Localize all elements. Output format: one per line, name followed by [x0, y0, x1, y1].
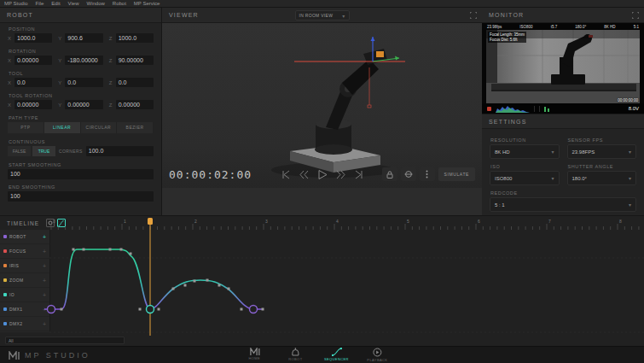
track-color-dot	[3, 235, 7, 238]
nav-label: PLAYBACK	[367, 358, 387, 362]
start-smoothing-label: START SMOOTHING	[9, 162, 154, 167]
end-smoothing-label: END SMOOTHING	[9, 184, 154, 190]
value-input[interactable]: 0.0	[15, 78, 52, 87]
menu-item[interactable]: MP Studio	[4, 1, 28, 6]
add-keyframe-icon[interactable]: +	[43, 249, 46, 255]
value-input[interactable]: 0.00000	[65, 100, 102, 109]
value-input[interactable]: 90.00000	[116, 56, 154, 65]
menu-item[interactable]: MP Service	[134, 1, 160, 6]
expand-icon[interactable]	[632, 12, 639, 19]
value-input[interactable]: 0.00000	[15, 56, 52, 65]
nav-home[interactable]: HOME	[240, 348, 269, 362]
chevron-down-icon: ▾	[629, 149, 631, 155]
setting-value: 180.0°	[572, 176, 587, 181]
path-type-option[interactable]: CIRCULAR	[81, 122, 118, 133]
robot-panel-header: ROBOT	[0, 8, 161, 23]
track-row-zoom[interactable]: ZOOM+	[0, 273, 49, 288]
chevron-down-icon: ▾	[551, 175, 554, 181]
value-input[interactable]: 900.6	[65, 33, 102, 43]
continuous-option[interactable]: FALSE	[8, 146, 31, 156]
curve-handle	[130, 253, 132, 255]
value-input[interactable]: 1000.0	[116, 33, 154, 43]
menu-item[interactable]: View	[68, 1, 79, 6]
play-button[interactable]	[316, 169, 328, 180]
menu-item[interactable]: Robot	[113, 1, 126, 6]
nav-robot[interactable]: ROBOT	[281, 348, 310, 362]
setting-dropdown[interactable]: 5 : 1▾	[490, 197, 636, 212]
expand-icon[interactable]	[470, 12, 477, 19]
record-indicator	[487, 107, 491, 111]
camera-feed: 23.98fpsISO800t5.7180.0°8K HD5:1	[482, 23, 644, 114]
lock-button[interactable]	[382, 167, 397, 181]
add-keyframe-icon[interactable]: +	[43, 321, 46, 327]
track-filter-input[interactable]: All	[5, 337, 125, 344]
add-keyframe-icon[interactable]: +	[43, 263, 46, 269]
settings-title: SETTINGS	[489, 119, 527, 125]
param-group-label: POSITION	[9, 26, 154, 32]
simulate-button[interactable]: SIMULATE	[438, 167, 475, 181]
curve-handle	[120, 249, 123, 251]
setting-value: ISO800	[495, 176, 512, 181]
target-button[interactable]	[401, 167, 416, 181]
end-smoothing-input[interactable]: 100	[8, 191, 154, 202]
chevron-down-icon: ▾	[629, 175, 631, 181]
add-keyframe-icon[interactable]: +	[43, 278, 46, 284]
continuous-option[interactable]: TRUE	[32, 146, 55, 156]
nav-label: HOME	[249, 356, 261, 360]
setting-dropdown[interactable]: 180.0°▾	[567, 171, 637, 185]
mode-nav: HOMEROBOTSEQUENCERPLAYBACK	[240, 348, 392, 362]
keyframe-marker	[250, 306, 258, 313]
value-input[interactable]: 0.0	[116, 78, 154, 87]
param-group: ROTATIONX0.00000Y-180.00000Z90.00000	[8, 49, 154, 65]
path-type-option[interactable]: PTP	[8, 122, 44, 133]
nav-sequencer[interactable]: SEQUENCER	[322, 348, 351, 362]
play-circle-icon	[373, 348, 382, 357]
curve-handle	[184, 284, 187, 287]
value-input[interactable]: 0.00000	[116, 100, 154, 109]
start-smoothing-input[interactable]: 100	[8, 169, 154, 179]
monitor-title: MONITOR	[489, 12, 524, 18]
feed-timecode: 00:00:00:00	[618, 98, 638, 102]
setting-dropdown[interactable]: 23.98FPS▾	[567, 144, 637, 159]
path-type-option[interactable]: BEZIER	[117, 122, 154, 133]
track-row-focus[interactable]: FOCUS+	[0, 244, 49, 259]
track-row-iris[interactable]: IRIS+	[0, 259, 49, 273]
track-row-robot[interactable]: ROBOT+	[0, 230, 49, 244]
axis-label: Y	[58, 36, 62, 41]
track-row-io[interactable]: IO+	[0, 288, 49, 302]
viewport-3d[interactable]: 00:00:02:00	[162, 23, 482, 188]
nav-playback[interactable]: PLAYBACK	[363, 348, 392, 362]
svg-text:8: 8	[619, 219, 622, 224]
animation-curve-editor[interactable]	[0, 216, 644, 347]
setting-dropdown[interactable]: 8K HD▾	[490, 144, 560, 159]
menu-item[interactable]: File	[36, 1, 44, 6]
value-input[interactable]: 0.00000	[15, 100, 52, 109]
value-input[interactable]: 1000.0	[15, 33, 52, 43]
track-row-dmx2[interactable]: DMX2+	[0, 317, 49, 331]
timeline-ruler[interactable]: 012345678	[0, 216, 644, 230]
setting-dropdown[interactable]: ISO800▾	[490, 171, 560, 185]
corners-input[interactable]: 100.0	[86, 146, 154, 156]
axis-label: X	[8, 80, 12, 85]
mp-logo-icon	[9, 351, 20, 360]
value-input[interactable]: -180.00000	[65, 56, 102, 65]
next-keyframe-button[interactable]	[336, 170, 346, 179]
path-type-label: PATH TYPE	[9, 115, 154, 120]
osd-value: 23.98fps	[487, 25, 502, 29]
track-name: ZOOM	[9, 278, 40, 283]
track-row-dmx1[interactable]: DMX1+	[0, 302, 49, 317]
value-input[interactable]: 0.0	[65, 78, 102, 87]
add-keyframe-icon[interactable]: +	[43, 234, 46, 240]
skip-end-button[interactable]	[354, 170, 364, 179]
axis-label: Z	[109, 80, 113, 85]
add-keyframe-icon[interactable]: +	[43, 292, 46, 298]
skip-start-button[interactable]	[281, 170, 291, 179]
monitor-panel: MONITOR 23.98fpsISO800t5.7180.0°8K HD5:1	[482, 8, 644, 215]
path-type-option[interactable]: LINEAR	[44, 122, 81, 133]
prev-keyframe-button[interactable]	[299, 170, 309, 179]
menu-item[interactable]: Window	[87, 1, 105, 6]
menu-item[interactable]: Edit	[51, 1, 60, 6]
view-selector-dropdown[interactable]: IN ROOM VIEW ▾	[295, 10, 350, 20]
more-options-button[interactable]	[420, 167, 435, 181]
add-keyframe-icon[interactable]: +	[43, 307, 46, 313]
